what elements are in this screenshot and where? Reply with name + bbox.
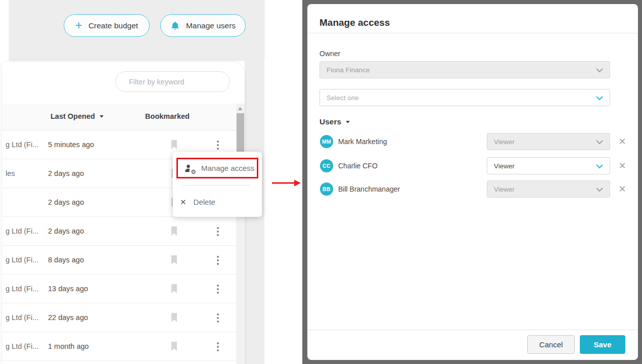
collapse-caret-icon — [346, 121, 350, 123]
role-select[interactable]: Viewer — [487, 157, 610, 174]
manage-users-label: Manage users — [186, 21, 236, 30]
screenshot-stage: + Create budget Manage users — [0, 0, 642, 364]
last-opened-value: 5 minutes ago — [48, 141, 94, 149]
add-user-select[interactable]: Select one — [319, 89, 610, 106]
budget-name: g Ltd (Fi... — [6, 227, 47, 235]
user-name: Bill Branchmanager — [338, 185, 400, 193]
bookmark-icon[interactable] — [170, 284, 178, 296]
chevron-down-icon — [596, 96, 603, 101]
row-menu-button[interactable] — [214, 312, 221, 324]
owner-label: Owner — [319, 50, 340, 58]
bookmark-icon[interactable] — [170, 313, 178, 325]
delete-label: Delete — [194, 198, 215, 206]
avatar: MM — [320, 135, 333, 148]
avatar: BB — [320, 183, 333, 196]
bookmark-icon[interactable] — [170, 255, 178, 267]
chevron-down-icon — [596, 188, 603, 192]
filter-field — [115, 71, 230, 92]
user-name: Charlie CFO — [338, 162, 378, 170]
sort-descending-icon — [100, 115, 104, 118]
last-opened-value: 1 month ago — [48, 342, 89, 350]
budget-name: g Ltd (Fi... — [6, 141, 47, 149]
add-user-select-placeholder: Select one — [327, 94, 359, 102]
filter-input[interactable] — [129, 78, 223, 86]
owner-select-value: Fiona Finance — [327, 66, 370, 74]
budget-list-panel: + Create budget Manage users — [0, 0, 264, 364]
row-menu-button[interactable] — [214, 139, 221, 151]
bookmark-icon[interactable] — [170, 226, 178, 238]
budget-name: les — [6, 169, 47, 177]
table-header: Last Opened Bookmarked — [2, 104, 236, 130]
row-menu-button[interactable] — [214, 254, 221, 266]
role-value: Viewer — [494, 162, 515, 170]
menu-item-delete[interactable]: ✕ Delete — [173, 193, 262, 211]
row-menu-button[interactable] — [214, 283, 221, 295]
role-select-disabled: Viewer — [487, 180, 610, 198]
modal-header-divider — [307, 33, 638, 33]
chevron-down-icon — [596, 68, 603, 73]
table-row[interactable]: g Ltd (Fi... 1 month ago — [2, 332, 236, 361]
create-budget-label: Create budget — [88, 21, 138, 30]
last-opened-value: 13 days ago — [48, 285, 88, 293]
manage-access-modal: Manage access Owner Fiona Finance Select… — [307, 4, 638, 360]
budget-name: g Ltd (Fi... — [6, 285, 47, 293]
remove-user-button[interactable]: ✕ — [616, 183, 629, 196]
remove-user-button[interactable]: ✕ — [616, 135, 629, 148]
role-value: Viewer — [494, 186, 515, 193]
row-menu-button[interactable] — [214, 225, 221, 238]
user-name: Mark Marketing — [338, 138, 387, 146]
manage-access-label: Manage access — [201, 164, 254, 172]
last-opened-value: 2 days ago — [48, 198, 84, 206]
cancel-button[interactable]: Cancel — [527, 335, 575, 354]
save-button[interactable]: Save — [580, 335, 625, 354]
column-last-opened[interactable]: Last Opened — [51, 112, 104, 120]
annotation-arrow-icon — [271, 178, 301, 188]
modal-title: Manage access — [319, 17, 390, 28]
row-context-menu: ⚙ Manage access ✕ Delete — [173, 152, 262, 217]
user-row: BB Bill Branchmanager Viewer ✕ — [307, 180, 638, 198]
modal-footer-divider — [307, 330, 638, 330]
remove-user-button[interactable]: ✕ — [616, 159, 629, 172]
budget-name: g Ltd (Fi... — [6, 342, 47, 350]
delete-x-icon: ✕ — [180, 198, 187, 207]
plus-icon: + — [75, 19, 82, 31]
annotation-red-box: ⚙ Manage access — [176, 158, 258, 178]
last-opened-value: 8 days ago — [48, 256, 84, 264]
create-budget-button[interactable]: + Create budget — [64, 14, 150, 37]
budget-name: g Ltd (Fi... — [6, 313, 47, 322]
menu-item-manage-access[interactable]: ⚙ Manage access — [178, 164, 257, 172]
bookmark-icon[interactable] — [170, 140, 178, 152]
table-row[interactable]: g Ltd (Fi... 8 days ago — [2, 246, 236, 275]
chevron-down-icon — [596, 140, 603, 145]
users-label: Users — [319, 117, 341, 126]
role-value: Viewer — [494, 138, 515, 146]
row-menu-button[interactable] — [214, 341, 221, 353]
bookmark-icon[interactable] — [170, 342, 178, 353]
menu-divider — [182, 185, 250, 186]
last-opened-value: 2 days ago — [48, 227, 84, 235]
avatar: CC — [320, 159, 333, 172]
modal-backdrop: Manage access Owner Fiona Finance Select… — [302, 0, 642, 364]
user-gear-icon: ⚙ — [185, 164, 194, 172]
table-row[interactable]: g Ltd (Fi... 22 days ago — [2, 303, 236, 332]
vertical-scrollbar[interactable] — [236, 104, 245, 364]
bell-icon — [170, 21, 180, 30]
last-opened-value: 2 days ago — [48, 169, 84, 177]
manage-users-button[interactable]: Manage users — [160, 14, 246, 37]
user-row: MM Mark Marketing Viewer ✕ — [307, 133, 638, 150]
role-select-disabled: Viewer — [487, 133, 610, 150]
top-toolbar: + Create budget Manage users — [9, 0, 264, 60]
budget-name: g Ltd (Fi... — [6, 256, 47, 264]
owner-select: Fiona Finance — [319, 61, 610, 78]
user-row: CC Charlie CFO Viewer ✕ — [307, 157, 638, 174]
scrollbar-thumb[interactable] — [237, 113, 244, 152]
table-row[interactable]: g Ltd (Fi... 13 days ago — [2, 275, 236, 303]
users-section-toggle[interactable]: Users — [319, 117, 350, 126]
chevron-down-icon — [596, 164, 603, 169]
table-row[interactable]: g Ltd (Fi... 2 days ago — [2, 217, 236, 246]
column-last-opened-label: Last Opened — [51, 112, 95, 120]
scroll-up-icon[interactable] — [238, 107, 242, 110]
last-opened-value: 22 days ago — [48, 313, 88, 322]
column-bookmarked: Bookmarked — [144, 112, 191, 120]
